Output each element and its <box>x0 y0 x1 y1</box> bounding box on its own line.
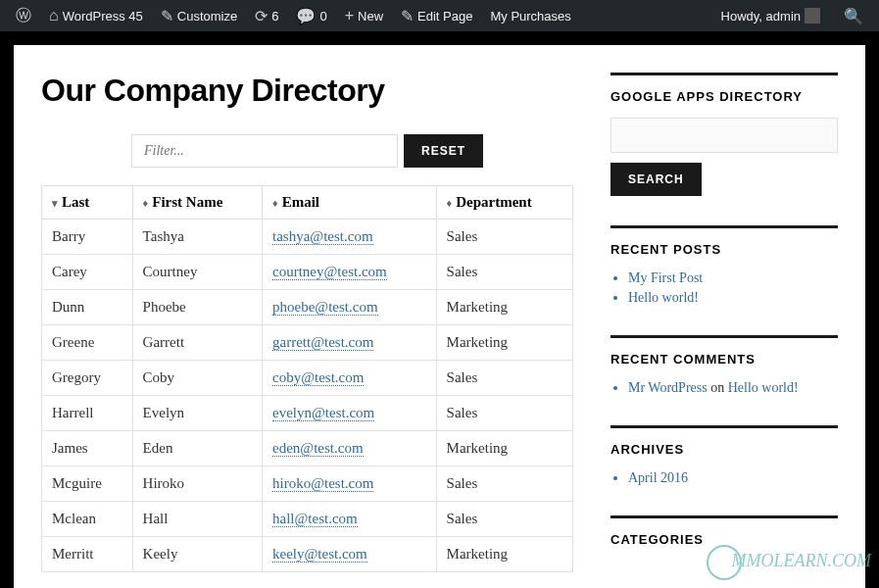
cell-last: Mcguire <box>42 466 133 502</box>
cell-email: evelyn@test.com <box>263 396 437 431</box>
cell-last: James <box>42 431 133 466</box>
customize-link[interactable]: ✎Customize <box>153 0 245 31</box>
email-link[interactable]: eden@test.com <box>272 440 364 457</box>
cell-last: Barry <box>42 220 133 255</box>
email-link[interactable]: keely@test.com <box>272 546 367 563</box>
cell-email: coby@test.com <box>263 361 437 396</box>
admin-search[interactable]: 🔍 <box>836 0 871 31</box>
widget-archives: ARCHIVES April 2016 <box>610 425 838 486</box>
new-content-menu[interactable]: +New <box>337 0 391 31</box>
cell-first: Hiroko <box>132 466 262 502</box>
plus-icon: + <box>345 7 354 24</box>
cell-first: Coby <box>132 361 262 396</box>
email-link[interactable]: evelyn@test.com <box>272 405 374 421</box>
pencil-icon: ✎ <box>401 7 414 25</box>
divider <box>610 335 838 338</box>
cell-first: Hall <box>132 502 262 537</box>
cell-first: Keely <box>132 537 262 572</box>
table-row: JamesEdeneden@test.comMarketing <box>42 431 573 466</box>
cell-last: Carey <box>42 255 133 290</box>
email-link[interactable]: phoebe@test.com <box>272 299 378 316</box>
cell-email: tashya@test.com <box>263 220 437 255</box>
cell-first: Courtney <box>132 255 262 290</box>
brush-icon: ✎ <box>161 7 173 25</box>
cell-dept: Marketing <box>436 537 572 572</box>
divider <box>610 515 838 518</box>
post-link[interactable]: My First Post <box>628 270 703 285</box>
comment-author-link[interactable]: Mr WordPress <box>628 380 708 395</box>
post-link[interactable]: Hello world! <box>628 290 699 305</box>
cell-dept: Sales <box>436 220 572 255</box>
howdy-label: Howdy, admin <box>721 9 801 24</box>
sidebar: GOOGLE APPS DIRECTORY SEARCH RECENT POST… <box>610 73 838 588</box>
wp-admin-bar: ⓦ ⌂WordPress 45 ✎Customize ⟳6 💬0 +New ✎E… <box>0 0 879 31</box>
table-row: BarryTashyatashya@test.comSales <box>42 220 573 255</box>
sort-icon: ♦ <box>143 197 149 209</box>
cell-dept: Sales <box>436 502 572 537</box>
widget-recent-posts: RECENT POSTS My First Post Hello world! <box>610 225 838 306</box>
cell-dept: Sales <box>436 361 572 396</box>
widget-recent-comments: RECENT COMMENTS Mr WordPress on Hello wo… <box>610 335 838 396</box>
table-row: HarrellEvelynevelyn@test.comSales <box>42 396 573 431</box>
email-link[interactable]: hall@test.com <box>272 511 358 527</box>
widget-categories: CATEGORIES <box>610 515 838 547</box>
cell-first: Evelyn <box>132 396 262 431</box>
main-content: Our Company Directory RESET ▾Last ♦First… <box>41 73 573 588</box>
site-name-menu[interactable]: ⌂WordPress 45 <box>41 0 151 31</box>
updates-count: 6 <box>271 9 278 24</box>
table-row: MerrittKeelykeely@test.comMarketing <box>42 537 573 572</box>
search-button[interactable]: SEARCH <box>610 163 702 196</box>
cell-email: hall@test.com <box>263 502 437 537</box>
email-link[interactable]: coby@test.com <box>272 369 364 386</box>
comment-post-link[interactable]: Hello world! <box>728 380 799 395</box>
wp-logo-menu[interactable]: ⓦ <box>8 0 39 31</box>
table-row: GreeneGarrettgarrett@test.comMarketing <box>42 325 573 361</box>
email-link[interactable]: tashya@test.com <box>272 228 373 245</box>
cell-last: Greene <box>42 325 133 361</box>
search-input[interactable] <box>610 118 838 153</box>
email-link[interactable]: hiroko@test.com <box>272 475 373 492</box>
email-link[interactable]: garrett@test.com <box>272 334 373 351</box>
filter-row: RESET <box>41 134 573 168</box>
updates-link[interactable]: ⟳6 <box>247 0 286 31</box>
cell-email: eden@test.com <box>263 431 437 466</box>
col-last[interactable]: ▾Last <box>42 186 133 220</box>
widget-title: ARCHIVES <box>610 442 838 457</box>
customize-label: Customize <box>177 9 237 24</box>
col-dept[interactable]: ♦Department <box>436 186 572 220</box>
cell-dept: Sales <box>436 466 572 502</box>
edit-page-link[interactable]: ✎Edit Page <box>393 0 480 31</box>
archive-link[interactable]: April 2016 <box>628 470 688 485</box>
sort-icon: ♦ <box>447 197 453 209</box>
table-row: DunnPhoebephoebe@test.comMarketing <box>42 290 573 325</box>
comments-count: 0 <box>319 9 326 24</box>
divider <box>610 225 838 228</box>
table-row: McguireHirokohiroko@test.comSales <box>42 466 573 502</box>
cell-dept: Marketing <box>436 431 572 466</box>
search-icon: 🔍 <box>844 7 863 25</box>
cell-last: Mclean <box>42 502 133 537</box>
cell-email: garrett@test.com <box>263 325 437 361</box>
widget-title: GOOGLE APPS DIRECTORY <box>610 89 838 104</box>
reset-button[interactable]: RESET <box>404 134 483 168</box>
widget-title: RECENT POSTS <box>610 242 838 257</box>
table-row: GregoryCobycoby@test.comSales <box>42 361 573 396</box>
avatar <box>805 8 820 24</box>
refresh-icon: ⟳ <box>255 7 268 25</box>
list-item: April 2016 <box>628 470 838 486</box>
col-first[interactable]: ♦First Name <box>132 186 262 220</box>
email-link[interactable]: courtney@test.com <box>272 264 387 280</box>
col-email[interactable]: ♦Email <box>263 186 437 220</box>
cell-email: keely@test.com <box>263 537 437 572</box>
account-menu[interactable]: Howdy, admin <box>713 0 828 31</box>
comments-link[interactable]: 💬0 <box>288 0 334 31</box>
comment-icon: 💬 <box>296 7 316 25</box>
my-purchases-link[interactable]: My Purchases <box>482 0 578 31</box>
wordpress-icon: ⓦ <box>16 6 31 26</box>
table-row: CareyCourtneycourtney@test.comSales <box>42 255 573 290</box>
cell-email: phoebe@test.com <box>263 290 437 325</box>
cell-first: Tashya <box>132 220 262 255</box>
filter-input[interactable] <box>131 134 398 168</box>
directory-table: ▾Last ♦First Name ♦Email ♦Department Bar… <box>41 185 573 572</box>
cell-first: Phoebe <box>132 290 262 325</box>
